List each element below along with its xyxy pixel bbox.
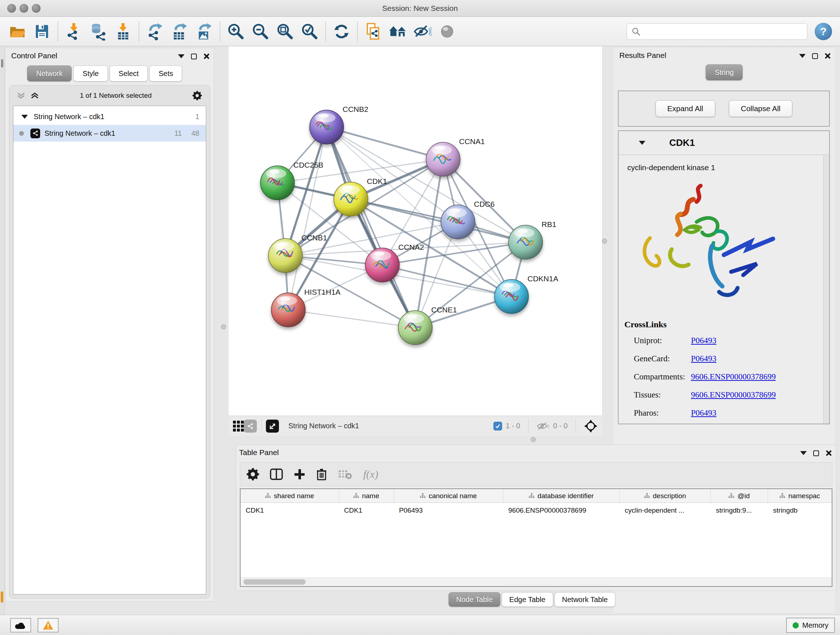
left-splitter-handle[interactable] [221, 325, 226, 329]
crosslink-link[interactable]: P06493 [691, 336, 716, 345]
show-columns-icon[interactable] [270, 468, 283, 480]
save-session-button[interactable] [30, 20, 54, 43]
detach-view-icon[interactable] [266, 420, 279, 432]
birds-eye-toggle-icon[interactable] [244, 420, 257, 432]
network-edge[interactable] [288, 127, 327, 310]
tab-node-table[interactable]: Node Table [448, 592, 500, 607]
network-node[interactable] [494, 279, 529, 314]
network-node[interactable] [365, 248, 399, 282]
search-input[interactable] [644, 27, 803, 36]
tab-string[interactable]: String [706, 65, 743, 80]
delete-column-icon[interactable] [316, 468, 327, 480]
column-header[interactable]: description [620, 489, 711, 502]
network-edge[interactable] [327, 127, 415, 328]
network-node[interactable] [334, 182, 368, 216]
tab-sets[interactable]: Sets [149, 65, 182, 81]
float-panel-icon[interactable] [191, 54, 197, 59]
collapse-all-button[interactable]: Collapse All [729, 100, 793, 117]
help-button[interactable]: ? [815, 23, 832, 40]
close-panel-icon[interactable] [203, 53, 210, 59]
network-row-selected[interactable]: String Network – cdk1 11 48 [13, 125, 206, 141]
network-node[interactable] [309, 110, 344, 144]
hidden-eye-icon[interactable] [537, 421, 549, 431]
left-strip-handle[interactable] [1, 59, 3, 67]
crosslink-link[interactable]: 9606.ENSP00000378699 [691, 390, 776, 400]
section-disclosure-icon[interactable] [639, 141, 645, 145]
export-network-button[interactable] [142, 20, 167, 43]
tab-select[interactable]: Select [110, 65, 148, 81]
network-edge[interactable] [351, 199, 526, 242]
scrollbar-thumb[interactable] [243, 579, 306, 585]
zoom-out-button[interactable] [248, 20, 273, 43]
string-home-button[interactable] [386, 20, 410, 43]
network-node[interactable] [268, 239, 302, 272]
network-canvas[interactable]: CCNB2CCNA1CDC25BCDK1CDC6RB1CCNB1CCNA2CDK… [229, 46, 602, 416]
column-header[interactable]: database identifier [503, 489, 620, 502]
import-network-from-file-button[interactable] [62, 20, 86, 43]
crosslink-link[interactable]: P06493 [691, 354, 716, 363]
column-header[interactable]: namespac [768, 489, 832, 502]
zoom-selected-button[interactable] [297, 20, 322, 43]
crosslink-link[interactable]: 9606.ENSP00000378699 [691, 372, 776, 382]
warnings-button[interactable] [38, 618, 58, 632]
network-node[interactable] [261, 166, 294, 200]
open-session-button[interactable] [5, 20, 30, 43]
right-splitter-handle[interactable] [602, 239, 607, 244]
node-label: CCNB2 [343, 105, 368, 113]
cloud-status-button[interactable] [10, 618, 31, 632]
collapse-all-chevron-icon[interactable] [17, 92, 25, 99]
gear-icon[interactable] [193, 91, 202, 100]
titlebar: Session: New Session [0, 0, 840, 17]
table-gear-icon[interactable] [247, 468, 259, 480]
table-row[interactable]: CDK1 CDK1 P06493 9606.ENSP00000378699 cy… [240, 503, 832, 518]
column-header[interactable]: name [339, 489, 394, 502]
gene-section-header[interactable]: CDK1 [619, 131, 829, 155]
panel-menu-icon[interactable] [799, 54, 806, 58]
float-panel-icon[interactable] [813, 450, 819, 456]
fit-selected-crosshair-icon[interactable] [584, 419, 598, 433]
results-scrollbar[interactable] [823, 155, 829, 424]
disclosure-triangle-icon[interactable] [21, 115, 28, 119]
column-header[interactable]: canonical name [394, 489, 503, 502]
column-header[interactable]: @id [711, 489, 768, 502]
tab-network-table[interactable]: Network Table [554, 592, 615, 607]
table-horizontal-scrollbar[interactable] [240, 578, 832, 586]
memory-button[interactable]: Memory [786, 618, 835, 633]
panel-menu-icon[interactable] [800, 451, 807, 455]
grid-view-icon[interactable] [233, 421, 244, 432]
import-network-from-database-button[interactable] [86, 20, 111, 43]
export-image-button[interactable] [192, 20, 216, 43]
selected-checkbox[interactable] [493, 422, 502, 431]
add-column-icon[interactable] [294, 469, 305, 480]
tab-edge-table[interactable]: Edge Table [502, 592, 553, 607]
hide-graphics-button[interactable] [410, 20, 435, 43]
close-panel-icon[interactable] [826, 450, 832, 456]
import-database-icon [89, 22, 107, 41]
panel-menu-icon[interactable] [178, 54, 185, 58]
network-node[interactable] [508, 225, 543, 259]
network-edge[interactable] [288, 310, 415, 328]
export-table-button[interactable] [167, 20, 192, 43]
tab-style[interactable]: Style [73, 65, 107, 81]
apply-layout-button[interactable] [329, 20, 354, 43]
network-collection-row[interactable]: String Network – cdk1 1 [13, 108, 206, 125]
cell-shared-name: CDK1 [240, 507, 339, 515]
horizontal-splitter-handle[interactable] [531, 437, 536, 442]
import-table-from-file-button[interactable] [111, 20, 135, 43]
zoom-fit-button[interactable] [273, 20, 297, 43]
float-panel-icon[interactable] [812, 53, 818, 59]
network-node[interactable] [426, 142, 460, 176]
column-header[interactable]: shared name [240, 489, 339, 502]
tab-network[interactable]: Network [27, 65, 72, 81]
network-node[interactable] [441, 205, 475, 239]
share-document-button[interactable] [361, 20, 386, 43]
details-level-button[interactable] [435, 20, 459, 43]
expand-all-chevron-icon[interactable] [30, 92, 39, 99]
export-image-icon [195, 22, 213, 41]
network-node[interactable] [271, 293, 305, 327]
close-panel-icon[interactable] [824, 53, 831, 59]
zoom-in-button[interactable] [224, 20, 248, 43]
crosslink-link[interactable]: P06493 [691, 409, 716, 418]
expand-all-button[interactable]: Expand All [655, 100, 715, 117]
network-node[interactable] [398, 310, 432, 345]
